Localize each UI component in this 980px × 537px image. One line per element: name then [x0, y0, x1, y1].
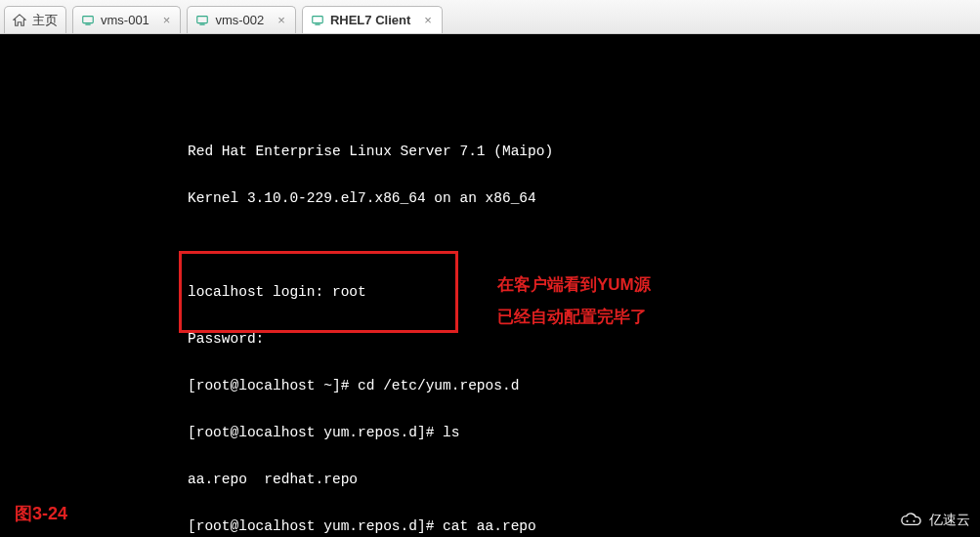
watermark-text: 亿速云 — [929, 512, 970, 529]
terminal-line: [root@localhost yum.repos.d]# cat aa.rep… — [188, 518, 980, 534]
tab-bar: 主页 vms-001 × vms-002 × RHEL7 Client × — [0, 0, 980, 34]
vm-icon — [311, 14, 324, 27]
vm-icon — [195, 14, 209, 27]
svg-rect-2 — [197, 16, 208, 22]
tab-label: vms-001 — [101, 13, 149, 27]
tab-label: vms-002 — [215, 13, 264, 27]
terminal-line — [188, 237, 980, 253]
cloud-icon — [898, 512, 923, 529]
svg-point-6 — [906, 520, 908, 522]
tab-vms-002[interactable]: vms-002 × — [187, 6, 295, 33]
terminal[interactable]: Red Hat Enterprise Linux Server 7.1 (Mai… — [0, 34, 980, 537]
tab-vms-001[interactable]: vms-001 × — [72, 6, 181, 33]
terminal-line: Kernel 3.10.0-229.el7.x86_64 on an x86_6… — [188, 190, 980, 206]
svg-point-7 — [913, 520, 915, 522]
tab-rhel7-client[interactable]: RHEL7 Client × — [302, 6, 443, 33]
terminal-line: Red Hat Enterprise Linux Server 7.1 (Mai… — [188, 144, 980, 159]
tab-label: RHEL7 Client — [330, 13, 410, 27]
terminal-line: [root@localhost yum.repos.d]# ls — [188, 425, 980, 440]
tab-home[interactable]: 主页 — [4, 6, 66, 33]
home-icon — [13, 14, 26, 27]
close-icon[interactable]: × — [161, 13, 173, 27]
annotation-line2: 已经自动配置完毕了 — [497, 306, 647, 328]
terminal-line: aa.repo redhat.repo — [188, 472, 980, 487]
watermark: 亿速云 — [898, 512, 970, 529]
terminal-line: [root@localhost ~]# cd /etc/yum.repos.d — [188, 378, 980, 393]
svg-rect-5 — [315, 23, 320, 24]
svg-rect-4 — [313, 16, 323, 22]
terminal-line: Password: — [188, 331, 980, 347]
svg-rect-3 — [200, 23, 205, 24]
svg-rect-1 — [85, 23, 90, 24]
tab-label: 主页 — [32, 12, 58, 29]
close-icon[interactable]: × — [422, 13, 434, 27]
vm-icon — [81, 14, 95, 27]
annotation-line1: 在客户端看到YUM源 — [497, 273, 651, 296]
svg-rect-0 — [83, 16, 94, 22]
close-icon[interactable]: × — [276, 13, 287, 27]
figure-label: 图3-24 — [15, 502, 67, 525]
